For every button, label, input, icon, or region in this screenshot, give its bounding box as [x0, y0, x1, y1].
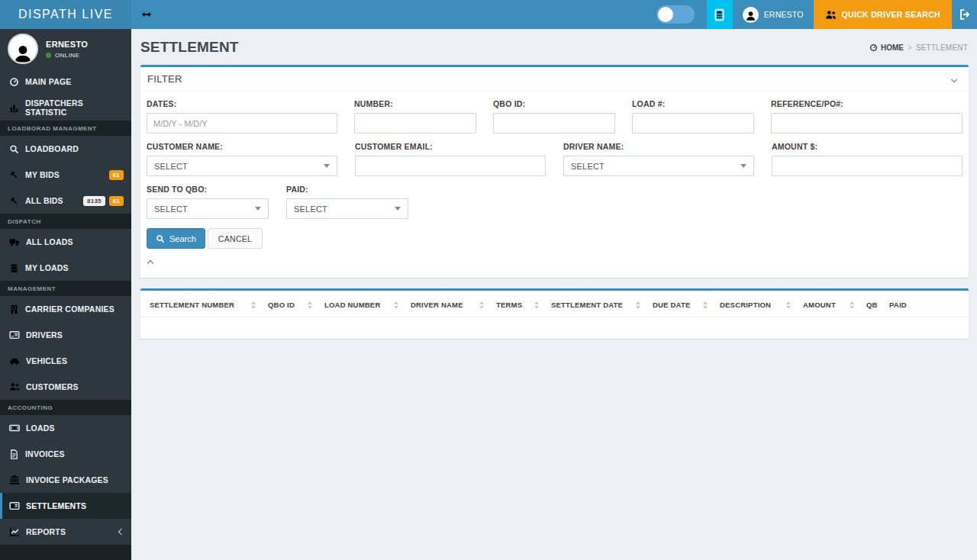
- app-logo[interactable]: DISPATH LIVE: [0, 0, 131, 29]
- sort-icon: [786, 301, 791, 309]
- online-dot-icon: [46, 53, 51, 58]
- database-icon: [9, 263, 19, 273]
- search-icon: [9, 144, 19, 154]
- sidebar-item-all-bids[interactable]: ALL BIDS 8135 61: [0, 188, 131, 214]
- sidebar-item-invoices[interactable]: INVOICES: [0, 441, 131, 467]
- column-paid: PAID: [889, 301, 959, 309]
- sidebar-item-invoice-packages[interactable]: INVOICE PACKAGES: [0, 467, 131, 493]
- sidebar-menu: MAIN PAGE DISPATCHERS STATISTIC LOADBORA…: [0, 69, 131, 545]
- column-settlement-number[interactable]: SETTLEMENT NUMBER: [150, 301, 268, 309]
- sidebar-user-name: ERNESTO: [46, 40, 88, 49]
- column-settlement-date[interactable]: SETTLEMENT DATE: [551, 301, 653, 309]
- user-avatar: [8, 34, 38, 64]
- sidebar-item-settlements[interactable]: SETTLEMENTS: [0, 493, 131, 519]
- load-number-label: LOAD #:: [632, 99, 754, 108]
- customer-email-input[interactable]: [355, 156, 546, 176]
- section-dispatch: DISPATCH: [0, 214, 131, 229]
- sidebar-item-carrier-companies[interactable]: CARRIER COMPANIES: [0, 296, 131, 322]
- customer-email-label: CUSTOMER EMAIL:: [355, 142, 546, 151]
- column-load-number[interactable]: LOAD NUMBER: [324, 301, 411, 309]
- sidebar: ERNESTO ONLINE MAIN PAGE DISPATCHERS STA…: [0, 29, 131, 560]
- sidebar-item-reports[interactable]: REPORTS: [0, 519, 131, 545]
- navbar-user-name: ERNESTO: [764, 10, 804, 19]
- logout-icon[interactable]: [952, 0, 977, 29]
- caret-down-icon: [740, 164, 746, 168]
- settlement-card-icon: [9, 500, 20, 511]
- chevron-down-icon[interactable]: [951, 76, 957, 82]
- breadcrumb-current: SETTLEMENT: [916, 43, 968, 52]
- sort-icon: [308, 301, 312, 309]
- qbo-id-input[interactable]: [493, 113, 615, 134]
- sort-icon: [850, 301, 854, 309]
- load-number-input[interactable]: [632, 113, 754, 134]
- filter-panel-header[interactable]: FILTER: [140, 67, 969, 92]
- send-to-qbo-select[interactable]: SELECT: [147, 198, 269, 219]
- amount-label: AMOUNT $:: [772, 142, 962, 151]
- table-header-row: SETTLEMENT NUMBER QBO ID LOAD NUMBER DRI…: [140, 291, 969, 317]
- sidebar-item-loadboard[interactable]: LOADBOARD: [0, 136, 131, 162]
- column-driver-name[interactable]: DRIVER NAME: [411, 301, 496, 309]
- breadcrumb-home-link[interactable]: HOME: [869, 43, 904, 52]
- search-button[interactable]: Search: [147, 228, 205, 249]
- home-icon: [869, 43, 878, 52]
- users-icon: [9, 381, 20, 392]
- sort-icon: [394, 301, 398, 309]
- top-navbar: ERNESTO QUICK DRIVER SEARCH: [131, 0, 977, 29]
- sort-icon: [534, 301, 539, 309]
- line-chart-icon: [9, 526, 20, 537]
- sidebar-collapse-icon[interactable]: [141, 9, 152, 20]
- dates-input[interactable]: [147, 113, 337, 134]
- column-amount[interactable]: AMOUNT: [803, 301, 866, 309]
- sidebar-item-my-loads[interactable]: MY LOADS: [0, 255, 131, 281]
- caret-down-icon: [395, 207, 401, 211]
- status-toggle[interactable]: [656, 5, 695, 24]
- car-icon: [9, 356, 20, 366]
- cancel-button[interactable]: CANCEL: [208, 228, 263, 249]
- sidebar-item-main-page[interactable]: MAIN PAGE: [0, 69, 131, 95]
- caret-down-icon: [324, 164, 330, 168]
- paid-select[interactable]: SELECT: [286, 198, 408, 219]
- column-description[interactable]: DESCRIPTION: [720, 301, 803, 309]
- bar-chart-icon: [9, 103, 19, 113]
- collapse-filter-chevron-icon[interactable]: [147, 260, 153, 266]
- money-icon: [9, 423, 20, 433]
- driver-name-label: DRIVER NAME:: [563, 142, 754, 151]
- sidebar-item-customers[interactable]: CUSTOMERS: [0, 374, 131, 400]
- amount-input[interactable]: [772, 156, 962, 176]
- reference-po-label: REFERENCE/PO#:: [771, 99, 962, 108]
- id-card-icon: [9, 330, 20, 340]
- reference-po-input[interactable]: [771, 113, 962, 134]
- column-terms[interactable]: TERMS: [496, 301, 551, 309]
- sort-icon: [251, 301, 256, 309]
- gavel-icon: [9, 196, 19, 206]
- breadcrumb: HOME > SETTLEMENT: [869, 43, 968, 52]
- calculator-button[interactable]: [707, 0, 733, 29]
- drivers-group-icon: [825, 9, 837, 21]
- filter-title: FILTER: [147, 73, 182, 85]
- sidebar-item-dispatchers-statistic[interactable]: DISPATCHERS STATISTIC: [0, 95, 131, 121]
- column-due-date[interactable]: DUE DATE: [653, 301, 720, 309]
- customer-name-select[interactable]: SELECT: [147, 156, 337, 176]
- number-input[interactable]: [354, 113, 476, 134]
- sidebar-item-vehicles[interactable]: VEHICLES: [0, 348, 131, 374]
- calculator-icon: [713, 8, 726, 21]
- sidebar-item-loads[interactable]: LOADS: [0, 415, 131, 441]
- sort-icon: [479, 301, 484, 309]
- bank-icon: [9, 475, 20, 485]
- settlements-table-panel: SETTLEMENT NUMBER QBO ID LOAD NUMBER DRI…: [140, 288, 969, 339]
- building-icon: [9, 304, 19, 314]
- sidebar-item-my-bids[interactable]: MY BIDS 61: [0, 162, 131, 188]
- navbar-user-menu[interactable]: ERNESTO: [733, 0, 814, 29]
- sidebar-user-panel: ERNESTO ONLINE: [0, 29, 131, 69]
- toggle-knob: [658, 7, 673, 22]
- sidebar-item-drivers[interactable]: DRIVERS: [0, 322, 131, 348]
- user-status: ONLINE: [46, 52, 88, 59]
- quick-driver-search-button[interactable]: QUICK DRIVER SEARCH: [814, 0, 952, 29]
- filter-panel: FILTER DATES: NUMBER: QBO ID:: [140, 65, 969, 278]
- driver-name-select[interactable]: SELECT: [563, 156, 754, 176]
- breadcrumb-separator: >: [908, 43, 912, 52]
- column-qbo-id[interactable]: QBO ID: [268, 301, 324, 309]
- user-avatar-icon: [743, 7, 759, 23]
- sidebar-item-all-loads[interactable]: ALL LOADS: [0, 229, 131, 255]
- submenu-chevron-icon: [118, 529, 124, 535]
